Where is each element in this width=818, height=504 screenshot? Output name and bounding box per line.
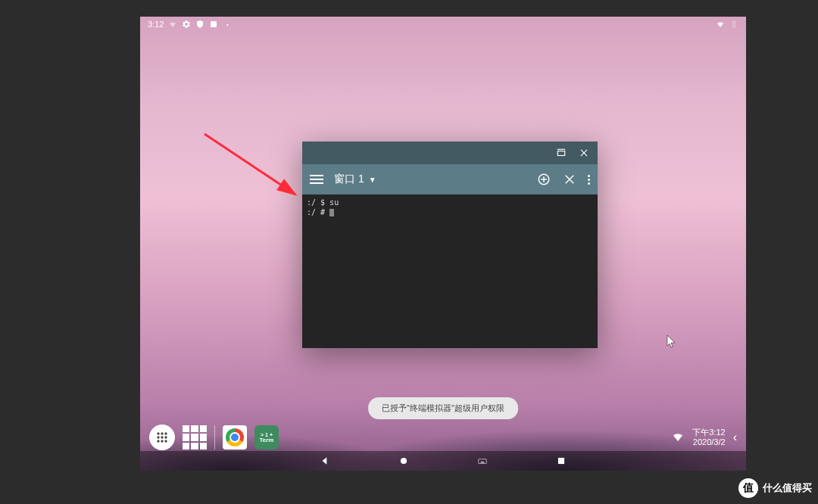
terminal-line-2: :/ # — [307, 208, 329, 216]
status-time: 3:12 — [148, 20, 164, 29]
watermark-badge: 值 — [738, 478, 758, 498]
clock-time: 下午3:12 — [692, 428, 725, 437]
svg-point-18 — [161, 440, 163, 442]
terminal-app-icon[interactable]: > 1 + Term — [254, 425, 279, 450]
overflow-menu-icon[interactable] — [588, 175, 590, 185]
svg-point-19 — [164, 440, 167, 442]
terminal-tab[interactable]: 窗口 1 ▼ — [334, 173, 376, 186]
terminal-cursor — [329, 209, 334, 216]
mouse-cursor-icon — [667, 334, 677, 350]
navigation-bar — [140, 451, 746, 471]
tab-label-text: 窗口 1 — [334, 173, 364, 186]
home-button[interactable] — [398, 456, 409, 466]
svg-point-15 — [161, 436, 163, 438]
svg-rect-21 — [479, 459, 487, 464]
wifi-tray-icon[interactable] — [671, 430, 685, 445]
terminal-line-1: :/ $ su — [307, 198, 339, 207]
status-bar: 3:12 • — [140, 17, 746, 32]
wifi-icon — [168, 20, 177, 29]
toast-text: 已授予"终端模拟器"超级用户权限 — [382, 403, 504, 412]
menu-icon[interactable] — [310, 175, 323, 184]
chevron-down-icon: ▼ — [369, 176, 376, 184]
terminal-toolbar: 窗口 1 ▼ — [302, 164, 598, 194]
svg-point-12 — [161, 432, 163, 434]
android-desktop-frame: 3:12 • 窗口 1 ▼ — [140, 17, 746, 471]
toast-notification: 已授予"终端模拟器"超级用户权限 — [368, 397, 518, 419]
gear-icon — [182, 20, 191, 29]
app-drawer-button[interactable] — [149, 425, 175, 450]
clock-date: 2020/3/2 — [692, 437, 725, 447]
wifi-icon — [716, 20, 725, 29]
close-tab-icon[interactable] — [562, 172, 577, 187]
svg-rect-27 — [558, 458, 564, 464]
svg-rect-1 — [733, 21, 735, 27]
chrome-app-icon[interactable] — [223, 425, 247, 450]
svg-point-16 — [164, 436, 167, 438]
svg-point-20 — [401, 458, 407, 464]
terminal-window[interactable]: 窗口 1 ▼ :/ $ su :/ # — [302, 142, 598, 348]
svg-point-14 — [157, 436, 159, 438]
close-icon[interactable] — [578, 147, 590, 159]
battery-icon — [729, 20, 738, 29]
svg-point-13 — [164, 432, 167, 434]
watermark: 值 什么值得买 — [738, 478, 812, 498]
back-button[interactable] — [320, 456, 330, 466]
window-titlebar[interactable] — [302, 142, 598, 164]
shield-icon — [195, 20, 204, 29]
watermark-text: 什么值得买 — [763, 481, 812, 495]
taskbar-clock[interactable]: 下午3:12 2020/3/2 — [692, 428, 725, 447]
collapse-tray-icon[interactable]: ‹ — [733, 431, 737, 444]
recent-apps-button[interactable] — [183, 425, 207, 450]
add-tab-icon[interactable] — [536, 172, 551, 187]
taskbar-divider — [214, 425, 215, 450]
maximize-icon[interactable] — [555, 147, 567, 159]
keyboard-button[interactable] — [477, 456, 488, 466]
svg-point-17 — [157, 440, 159, 442]
svg-rect-0 — [211, 21, 217, 27]
dot-icon: • — [223, 20, 232, 29]
app-badge-icon — [209, 20, 218, 29]
svg-rect-2 — [557, 151, 564, 156]
svg-point-11 — [157, 432, 159, 434]
terminal-output[interactable]: :/ $ su :/ # — [302, 194, 598, 348]
taskbar: > 1 + Term 下午3:12 2020/3/2 ‹ — [140, 422, 746, 453]
overview-button[interactable] — [556, 456, 567, 466]
